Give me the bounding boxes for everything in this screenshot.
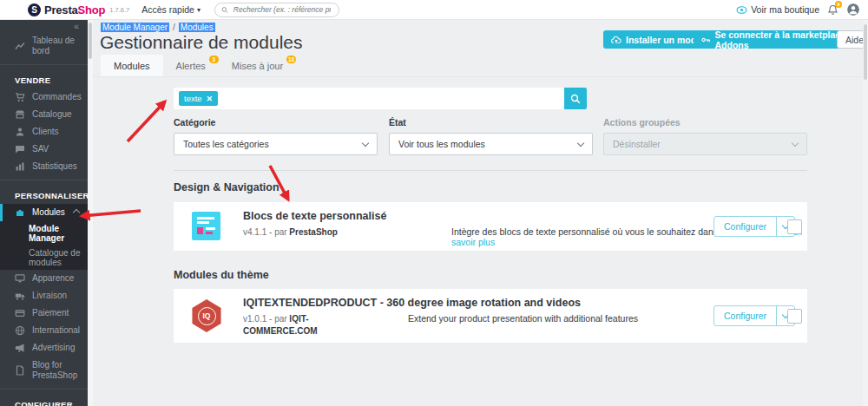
global-search-input[interactable]: [232, 4, 332, 15]
module-icon: IQ: [191, 299, 222, 332]
prestashop-admin: S PrestaShop 1.7.6.7 Accès rapide ▾ Voir…: [0, 0, 868, 406]
sidebar-scrollbar-thumb[interactable]: [89, 23, 92, 59]
alertes-badge: 3: [209, 56, 219, 63]
sidebar-item-advertising[interactable]: Advertising: [0, 339, 88, 357]
breadcrumb-current[interactable]: Modules: [179, 23, 215, 32]
page-scrollbar-thumb[interactable]: [864, 24, 867, 80]
search-icon: [570, 94, 581, 104]
sidebar-item-paiement[interactable]: Paiement: [0, 304, 88, 322]
search-submit-button[interactable]: [564, 88, 587, 109]
tab-mises-a-jour[interactable]: Mises à jour 18: [219, 55, 296, 76]
chevron-down-icon: [362, 139, 369, 146]
sidebar-item-livraison[interactable]: Livraison: [0, 287, 88, 304]
stats-icon: [15, 161, 25, 172]
international-icon: [15, 325, 25, 336]
module-author: PrestaShop: [289, 227, 338, 237]
sidebar: « Tableau de bord VENDRE Commandes Catal…: [0, 19, 88, 406]
sidebar-item-clients[interactable]: Clients: [0, 123, 88, 141]
chevron-down-icon: [577, 139, 584, 146]
sidebar-item-commandes[interactable]: Commandes: [0, 88, 88, 106]
notification-badge: 9: [835, 1, 842, 8]
version-label: 1.7.6.7: [109, 6, 129, 14]
module-checkbox[interactable]: [787, 219, 802, 234]
collapse-icon: «: [74, 21, 79, 31]
module-search-bar[interactable]: texte ✕: [174, 88, 587, 109]
state-label: État: [389, 117, 406, 128]
module-version: v4.1.1 - par PrestaShop: [243, 226, 338, 239]
key-icon: [701, 36, 710, 44]
sidebar-section-personnaliser: PERSONNALISER: [0, 185, 88, 204]
appearance-icon: [15, 273, 25, 284]
sidebar-collapse-button[interactable]: «: [0, 19, 88, 32]
module-title: Blocs de texte personnalisé: [243, 210, 386, 222]
topbar-right: Voir ma boutique 9: [736, 3, 859, 16]
blog-icon: [15, 365, 25, 376]
category-select[interactable]: Toutes les catégories: [174, 133, 378, 155]
bulk-actions-label: Actions groupées: [603, 117, 681, 128]
chevron-down-icon: [792, 139, 799, 146]
cloud-upload-icon: [611, 36, 621, 44]
sidebar-item-sav[interactable]: SAV: [0, 141, 88, 158]
orders-icon: [15, 92, 25, 102]
page-title: Gestionnaire de modules: [100, 32, 302, 53]
page-scrollbar[interactable]: [863, 19, 868, 406]
section-design-navigation: Design & Navigation: [174, 181, 279, 193]
module-row-blocs-texte: Blocs de texte personnalisé v4.1.1 - par…: [174, 202, 807, 251]
brand-name: PrestaShop: [44, 3, 105, 16]
sidebar-item-blog[interactable]: Blog for PrestaShop: [0, 357, 88, 384]
sidebar-divider: [0, 180, 88, 180]
quick-access-menu[interactable]: Accès rapide ▾: [141, 4, 201, 15]
view-shop-link[interactable]: Voir ma boutique: [736, 4, 819, 15]
state-select[interactable]: Voir tous les modules: [389, 133, 593, 155]
sidebar-item-module-manager[interactable]: Module Manager: [0, 221, 88, 246]
search-icon: [221, 6, 228, 14]
eye-icon: [736, 6, 747, 14]
tab-bar: Modules Alertes 3 Mises à jour 18: [93, 55, 868, 77]
configure-button-group: Configurer: [713, 305, 795, 326]
dashboard-icon: [15, 41, 25, 51]
breadcrumb-parent[interactable]: Module Manager: [101, 23, 169, 32]
payment-icon: [15, 308, 25, 318]
breadcrumb: Module Manager / Modules: [101, 23, 215, 32]
tab-alertes[interactable]: Alertes 3: [163, 55, 219, 76]
notifications-button[interactable]: 9: [827, 3, 839, 16]
chevron-down-icon: ▾: [197, 6, 201, 14]
global-search[interactable]: [214, 3, 339, 17]
section-modules-theme: Modules du thème: [174, 269, 269, 281]
search-tag: texte ✕: [179, 91, 218, 106]
customer-service-icon: [15, 144, 25, 154]
module-checkbox[interactable]: [787, 309, 802, 324]
configure-button[interactable]: Configurer: [714, 217, 776, 236]
updates-badge: 18: [286, 56, 296, 63]
bulk-actions-select[interactable]: Désinstaller: [603, 133, 807, 155]
topbar: S PrestaShop 1.7.6.7 Accès rapide ▾ Voir…: [0, 0, 868, 20]
sidebar-item-modules[interactable]: Modules: [0, 204, 88, 221]
configure-button[interactable]: Configurer: [714, 306, 776, 325]
prestashop-logo-icon: S: [28, 3, 41, 16]
module-title: IQITEXTENDEDPRODUCT - 360 degree image r…: [243, 297, 581, 309]
module-version: v1.0.1 - par IQIT-COMMERCE.COM: [243, 313, 344, 337]
section-divider: [174, 170, 807, 171]
modules-icon: [15, 207, 25, 218]
module-description: Extend your product presentation with ad…: [408, 313, 638, 324]
advertising-icon: [15, 343, 25, 353]
avatar-icon: [847, 3, 859, 16]
main-content: Module Manager / Modules Gestionnaire de…: [93, 19, 868, 406]
sidebar-item-international[interactable]: International: [0, 322, 88, 339]
tab-modules[interactable]: Modules: [101, 55, 163, 76]
sidebar-section-vendre: VENDRE: [0, 69, 88, 88]
module-icon: [192, 212, 220, 240]
shipping-icon: [15, 291, 25, 301]
sidebar-divider: [0, 64, 88, 65]
sidebar-item-statistiques[interactable]: Statistiques: [0, 158, 88, 175]
profile-button[interactable]: [847, 3, 859, 16]
sidebar-item-catalogue[interactable]: Catalogue: [0, 106, 88, 123]
customers-icon: [15, 127, 25, 137]
sidebar-item-catalogue-modules[interactable]: Catalogue de modules: [0, 246, 88, 270]
catalog-icon: [15, 109, 25, 120]
sidebar-item-apparence[interactable]: Apparence: [0, 270, 88, 287]
close-icon[interactable]: ✕: [207, 95, 214, 103]
sidebar-scrollbar[interactable]: [88, 19, 93, 406]
category-label: Catégorie: [174, 117, 215, 128]
sidebar-item-dashboard[interactable]: Tableau de bord: [0, 32, 88, 60]
